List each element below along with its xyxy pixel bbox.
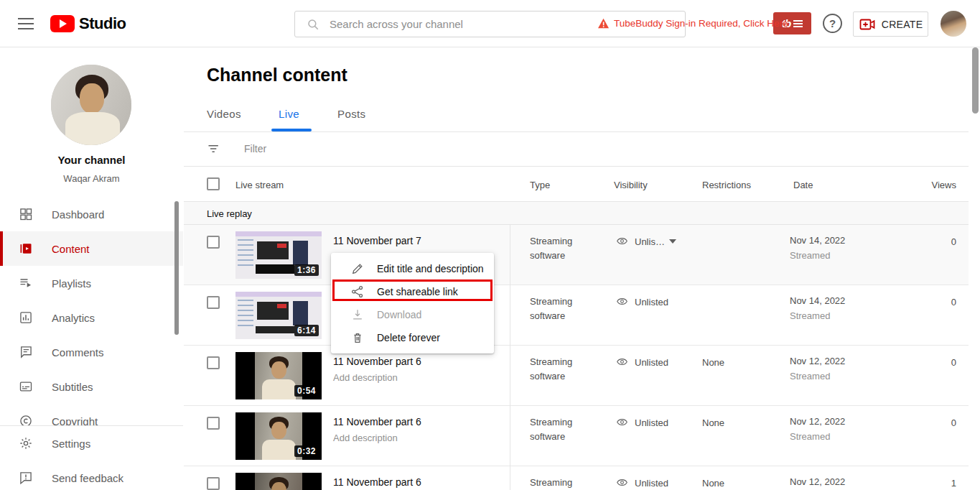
warning-text: TubeBuddy Sign-in Required, Click Here bbox=[614, 18, 788, 29]
type-cell: Streaming software bbox=[530, 234, 586, 263]
trash-icon bbox=[350, 330, 365, 345]
pencil-icon bbox=[350, 262, 365, 276]
date-cell: Nov 12, 2022 bbox=[790, 416, 845, 427]
channel-name: Waqar Akram bbox=[0, 173, 183, 184]
menu-item-edit-title[interactable]: Edit title and description bbox=[331, 257, 494, 280]
menu-icon[interactable] bbox=[18, 18, 34, 29]
duration-badge: 0:54 bbox=[294, 385, 319, 397]
type-cell: Streaming software bbox=[530, 295, 586, 323]
video-thumbnail[interactable]: 6:14 bbox=[235, 292, 322, 339]
comments-icon bbox=[19, 345, 33, 359]
column-divider bbox=[510, 225, 510, 490]
row-checkbox[interactable] bbox=[207, 417, 220, 430]
help-icon[interactable]: ? bbox=[823, 14, 842, 33]
video-title[interactable]: 11 November part 6 bbox=[333, 416, 421, 427]
sidebar-item-playlists[interactable]: Playlists bbox=[0, 266, 183, 300]
tab-posts[interactable]: Posts bbox=[337, 108, 366, 120]
row-checkbox[interactable] bbox=[207, 477, 220, 490]
sidebar-item-analytics[interactable]: Analytics bbox=[0, 300, 183, 335]
sidebar-item-send-feedback[interactable]: Send feedback bbox=[0, 461, 183, 490]
visibility-cell: Unlisted bbox=[635, 417, 668, 428]
sidebar-footer: Settings Send feedback bbox=[0, 425, 183, 490]
select-all-checkbox[interactable] bbox=[207, 177, 220, 190]
content-icon bbox=[19, 241, 33, 256]
video-thumbnail[interactable]: 0:32 bbox=[235, 412, 322, 460]
table-row[interactable]: 0:54 11 November part 6 Add description … bbox=[184, 346, 969, 406]
tab-videos[interactable]: Videos bbox=[207, 108, 241, 120]
views-cell: 0 bbox=[873, 236, 956, 247]
create-label: CREATE bbox=[882, 19, 923, 30]
visibility-cell: Unlisted bbox=[635, 478, 668, 489]
page-scrollbar-thumb[interactable] bbox=[972, 47, 979, 114]
tubebuddy-menu-icon bbox=[793, 19, 803, 29]
row-checkbox[interactable] bbox=[207, 356, 220, 369]
brand-name: Studio bbox=[79, 14, 126, 33]
video-description[interactable]: Add description bbox=[333, 433, 398, 443]
video-thumbnail[interactable]: 1:36 bbox=[235, 231, 322, 279]
create-video-icon bbox=[859, 16, 876, 33]
unlisted-eye-icon bbox=[616, 416, 628, 428]
table-row[interactable]: 11 November part 6 Streaming software Un… bbox=[184, 466, 969, 490]
menu-item-get-shareable-link[interactable]: Get shareable link bbox=[331, 280, 494, 303]
copyright-icon bbox=[19, 414, 33, 425]
unlisted-eye-icon bbox=[616, 356, 628, 368]
table-rows: 1:36 11 November part 7 Streaming softwa… bbox=[184, 225, 969, 490]
type-cell: Streaming software bbox=[530, 476, 586, 490]
tab-live[interactable]: Live bbox=[279, 108, 299, 120]
video-title[interactable]: 11 November part 6 bbox=[333, 356, 421, 367]
table-row[interactable]: 1:36 11 November part 7 Streaming softwa… bbox=[184, 225, 969, 285]
top-bar: Studio TubeBuddy Sign-in Required, Click… bbox=[0, 0, 980, 47]
main-content: Channel content Videos Live Posts Filter… bbox=[184, 47, 969, 490]
share-icon bbox=[350, 285, 365, 299]
video-options-menu: Edit title and description Get shareable… bbox=[331, 253, 494, 353]
restrictions-cell: None bbox=[702, 357, 724, 368]
date-cell: Nov 12, 2022 bbox=[790, 476, 845, 487]
visibility-cell: Unlisted bbox=[635, 297, 668, 308]
sidebar-scrollbar[interactable] bbox=[174, 201, 179, 335]
sidebar: Your channel Waqar Akram Dashboard Conte… bbox=[0, 47, 183, 490]
row-checkbox[interactable] bbox=[207, 236, 220, 249]
restrictions-cell: None bbox=[702, 417, 724, 428]
video-description[interactable]: Add description bbox=[333, 372, 398, 383]
views-cell: 0 bbox=[873, 297, 956, 308]
row-checkbox[interactable] bbox=[207, 296, 220, 309]
account-avatar[interactable] bbox=[941, 11, 966, 37]
date-cell: Nov 14, 2022 bbox=[790, 295, 845, 306]
unlisted-eye-icon bbox=[616, 295, 628, 308]
table-row[interactable]: 0:32 11 November part 6 Add description … bbox=[184, 406, 969, 466]
create-button[interactable]: CREATE bbox=[853, 11, 928, 37]
menu-item-delete-forever[interactable]: Delete forever bbox=[331, 326, 494, 349]
date-sub-cell: Streamed bbox=[790, 310, 830, 321]
views-cell: 1 bbox=[873, 478, 956, 489]
duration-badge: 1:36 bbox=[294, 264, 319, 276]
column-visibility: Visibility bbox=[614, 180, 648, 190]
sidebar-item-copyright[interactable]: Copyright bbox=[0, 404, 183, 425]
dashboard-icon bbox=[19, 207, 33, 221]
sidebar-item-comments[interactable]: Comments bbox=[0, 335, 183, 369]
type-cell: Streaming software bbox=[530, 355, 586, 384]
video-thumbnail[interactable]: 0:54 bbox=[235, 352, 322, 399]
warning-triangle-icon bbox=[597, 18, 610, 29]
unlisted-eye-icon bbox=[616, 476, 628, 489]
playlists-icon bbox=[19, 276, 33, 290]
filter-bar[interactable]: Filter bbox=[184, 132, 969, 167]
video-title[interactable]: 11 November part 7 bbox=[333, 235, 421, 246]
sidebar-item-dashboard[interactable]: Dashboard bbox=[0, 197, 183, 231]
video-thumbnail[interactable] bbox=[235, 473, 322, 490]
sidebar-item-settings[interactable]: Settings bbox=[0, 426, 183, 461]
sidebar-item-subtitles[interactable]: Subtitles bbox=[0, 369, 183, 404]
tubebuddy-warning-link[interactable]: TubeBuddy Sign-in Required, Click Here bbox=[597, 18, 788, 29]
video-title[interactable]: 11 November part 6 bbox=[333, 476, 421, 488]
visibility-cell[interactable]: Unlis… bbox=[635, 236, 665, 247]
search-icon bbox=[307, 18, 319, 31]
table-row[interactable]: 6:14 Streaming software Unlisted Nov 14,… bbox=[184, 285, 969, 346]
menu-item-download[interactable]: Download bbox=[331, 303, 494, 326]
sidebar-item-content[interactable]: Content bbox=[0, 231, 183, 266]
youtube-studio-logo[interactable]: Studio bbox=[50, 14, 126, 33]
chevron-down-icon[interactable] bbox=[669, 239, 676, 244]
channel-avatar[interactable] bbox=[51, 65, 131, 145]
visibility-cell: Unlisted bbox=[635, 357, 668, 368]
filter-label: Filter bbox=[244, 143, 266, 154]
column-views: Views bbox=[873, 180, 956, 190]
duration-badge: 0:32 bbox=[294, 445, 319, 457]
